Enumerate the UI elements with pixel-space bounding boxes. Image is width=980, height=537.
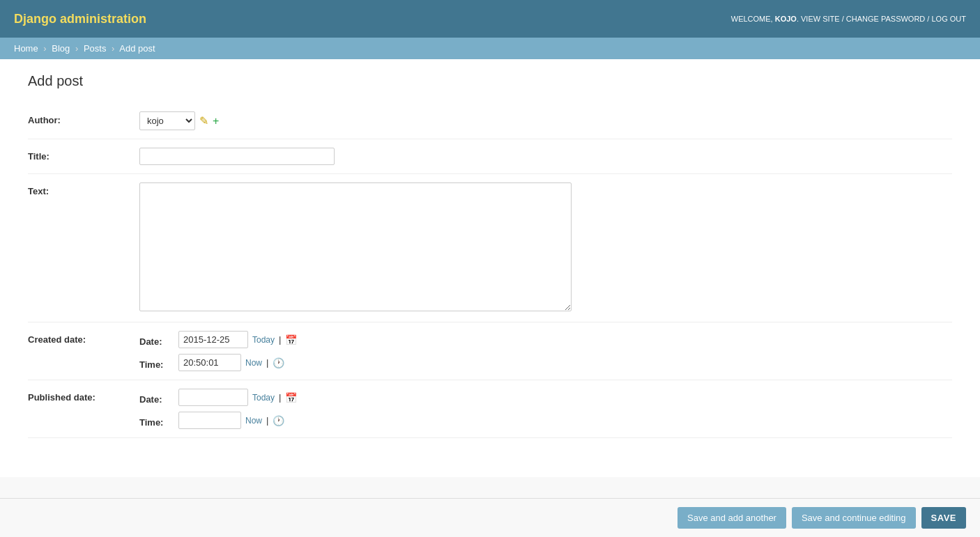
- published-date-input[interactable]: [178, 389, 248, 406]
- author-row: Author: kojo ✎ +: [28, 103, 952, 139]
- created-calendar-icon[interactable]: 📅: [285, 334, 297, 345]
- created-now-link[interactable]: Now: [245, 358, 262, 368]
- published-date-subrow: Date: Today | 📅: [139, 389, 952, 406]
- created-date-input[interactable]: [178, 331, 248, 348]
- view-site-link[interactable]: VIEW SITE: [801, 15, 840, 23]
- breadcrumb-posts[interactable]: Posts: [84, 43, 107, 54]
- add-author-icon[interactable]: +: [213, 115, 219, 127]
- separator: |: [279, 392, 281, 403]
- separator: ›: [112, 43, 114, 54]
- author-select[interactable]: kojo: [139, 111, 195, 130]
- header: Django administration WELCOME, KOJO. VIE…: [0, 0, 980, 38]
- content-main: Add post Author: kojo ✎ + Title: Text:: [0, 59, 980, 477]
- created-date-subrow: Date: Today | 📅: [139, 331, 952, 348]
- separator: |: [266, 415, 268, 426]
- text-controls: [139, 182, 952, 313]
- breadcrumb-current: Add post: [119, 43, 155, 54]
- published-date-row: Published date: Date: Today | 📅 Time: No…: [28, 380, 952, 438]
- breadcrumb: Home › Blog › Posts › Add post: [0, 38, 980, 59]
- author-controls: kojo ✎ +: [139, 111, 952, 130]
- created-time-input[interactable]: [178, 354, 241, 371]
- breadcrumb-blog[interactable]: Blog: [52, 43, 70, 54]
- add-post-form: Author: kojo ✎ + Title: Text:: [28, 103, 952, 438]
- welcome-text: WELCOME,: [731, 15, 773, 23]
- created-clock-icon[interactable]: 🕐: [273, 357, 284, 368]
- published-time-input[interactable]: [178, 412, 241, 429]
- published-calendar-icon[interactable]: 📅: [285, 392, 297, 403]
- text-textarea[interactable]: [139, 182, 572, 311]
- published-clock-icon[interactable]: 🕐: [273, 415, 284, 426]
- user-tools: WELCOME, KOJO. VIEW SITE / CHANGE PASSWO…: [731, 15, 966, 23]
- created-date-row: Created date: Date: Today | 📅 Time: Now …: [28, 322, 952, 380]
- separator: ›: [75, 43, 78, 54]
- published-today-link[interactable]: Today: [252, 393, 275, 403]
- created-date-label: Created date:: [28, 331, 139, 345]
- created-date-sublabel: Date:: [139, 333, 174, 347]
- published-date-controls: Date: Today | 📅 Time: Now | 🕐: [139, 389, 952, 429]
- published-time-subrow: Time: Now | 🕐: [139, 412, 952, 429]
- change-password-link[interactable]: CHANGE PASSWORD: [846, 15, 925, 23]
- separator: |: [279, 334, 281, 345]
- page-title: Add post: [28, 73, 952, 89]
- separator: |: [266, 357, 268, 368]
- edit-author-icon[interactable]: ✎: [199, 114, 208, 127]
- breadcrumb-home[interactable]: Home: [14, 43, 38, 54]
- separator: ›: [43, 43, 46, 54]
- title-row: Title:: [28, 139, 952, 174]
- title-controls: [139, 148, 952, 165]
- published-now-link[interactable]: Now: [245, 416, 262, 426]
- text-row: Text:: [28, 174, 952, 322]
- published-time-sublabel: Time:: [139, 414, 174, 428]
- created-time-sublabel: Time:: [139, 356, 174, 370]
- author-label: Author:: [28, 111, 139, 125]
- site-title[interactable]: Django administration: [14, 12, 146, 26]
- title-input[interactable]: [139, 148, 335, 165]
- published-date-label: Published date:: [28, 389, 139, 403]
- created-today-link[interactable]: Today: [252, 335, 275, 345]
- text-label: Text:: [28, 182, 139, 196]
- published-date-sublabel: Date:: [139, 391, 174, 405]
- username: KOJO: [775, 15, 797, 23]
- log-out-link[interactable]: LOG OUT: [931, 15, 966, 23]
- title-label: Title:: [28, 148, 139, 162]
- created-date-controls: Date: Today | 📅 Time: Now | 🕐: [139, 331, 952, 371]
- created-time-subrow: Time: Now | 🕐: [139, 354, 952, 371]
